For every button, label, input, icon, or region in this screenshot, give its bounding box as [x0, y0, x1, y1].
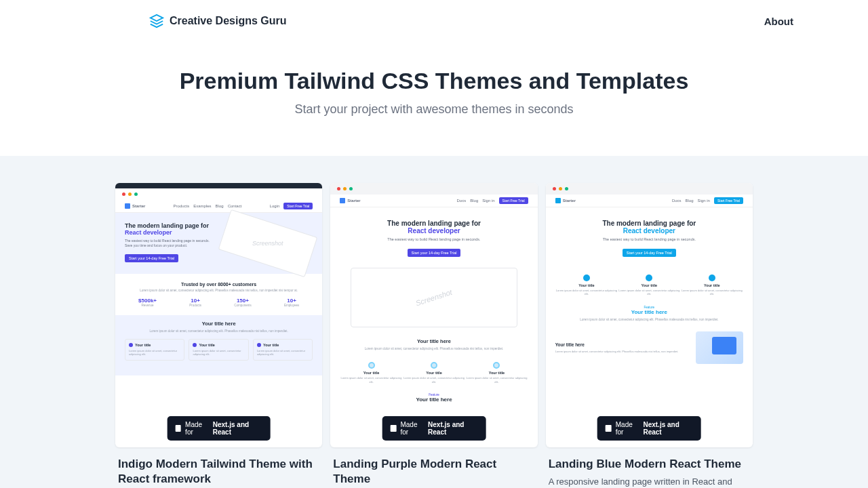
theme-title: Landing Blue Modern React Theme	[549, 457, 750, 472]
brand-name: Creative Designs Guru	[170, 15, 287, 27]
theme-title: Landing Purple Modern React Theme	[333, 457, 534, 487]
nextjs-icon	[606, 425, 612, 432]
theme-description: A responsive landing page written in Rea…	[549, 476, 750, 488]
tech-badge: Made for Next.js and React	[382, 416, 486, 441]
tech-badge: Made for Next.js and React	[597, 416, 701, 441]
tech-badge: Made for Next.js and React	[167, 416, 271, 441]
page-subtitle: Start your project with awesome themes i…	[14, 102, 854, 117]
themes-section: Starter ProductsExamplesBlogContact Logi…	[0, 156, 868, 488]
theme-card[interactable]: Starter ProductsExamplesBlogContact Logi…	[115, 183, 322, 488]
nextjs-icon	[391, 425, 397, 432]
brand-logo[interactable]: Creative Designs Guru	[149, 14, 287, 28]
theme-preview: Starter ProductsExamplesBlogContact Logi…	[115, 183, 322, 447]
layers-icon	[149, 14, 164, 28]
hero-section: Premium Tailwind CSS Themes and Template…	[0, 42, 868, 156]
site-header: Creative Designs Guru About	[0, 0, 868, 42]
nextjs-icon	[175, 425, 181, 432]
svg-marker-0	[151, 15, 163, 21]
page-title: Premium Tailwind CSS Themes and Template…	[14, 68, 854, 94]
theme-title: Indigo Modern Tailwind Theme with React …	[118, 457, 319, 487]
theme-preview: Starter DocsBlogSign inStart Free Trial …	[330, 183, 537, 447]
nav-about[interactable]: About	[764, 16, 827, 27]
theme-card[interactable]: Starter DocsBlogSign inStart Free Trial …	[546, 183, 753, 488]
theme-preview: Starter DocsBlogSign inStart Free Trial …	[546, 183, 753, 447]
themes-grid: Starter ProductsExamplesBlogContact Logi…	[108, 183, 760, 488]
theme-card[interactable]: Starter DocsBlogSign inStart Free Trial …	[330, 183, 537, 488]
